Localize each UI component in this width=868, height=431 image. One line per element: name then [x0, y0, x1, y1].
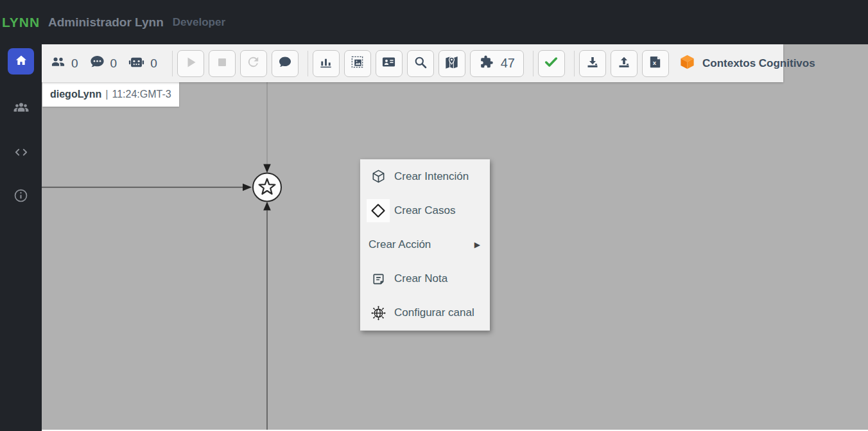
- svg-text:x: x: [653, 59, 657, 66]
- left-sidebar: [0, 44, 42, 431]
- refresh-button[interactable]: [240, 50, 267, 77]
- cube-icon: [367, 165, 390, 188]
- context-title: Contextos Cognitivos: [702, 57, 815, 70]
- upload-icon: [616, 55, 632, 73]
- chat-button[interactable]: [272, 50, 299, 77]
- chat-dots-icon: [89, 53, 106, 73]
- session-user: diegoLynn: [50, 89, 101, 100]
- note-icon: [367, 267, 390, 290]
- environment-label: Developer: [173, 16, 225, 29]
- puzzle-icon: [479, 55, 494, 72]
- play-button[interactable]: [177, 50, 204, 77]
- users-count: 0: [71, 57, 78, 71]
- bots-count: 0: [150, 57, 157, 71]
- contact-card-icon: [381, 54, 397, 73]
- menu-item-label: Crear Acción: [369, 238, 431, 251]
- menu-item-configurar-canal[interactable]: Configurar canal: [360, 296, 490, 330]
- contact-card-button[interactable]: [376, 50, 403, 77]
- context-title-group: Contextos Cognitivos: [679, 53, 815, 73]
- menu-item-label: Crear Intención: [394, 170, 469, 183]
- chat-bubble-icon: [277, 55, 293, 73]
- excel-file-icon: x: [648, 55, 663, 72]
- menu-item-label: Crear Nota: [394, 272, 447, 285]
- toolbar-divider: [308, 51, 308, 76]
- users-icon: [49, 53, 67, 73]
- image-frame-icon: [350, 55, 365, 72]
- toolbar-divider: [172, 51, 173, 76]
- messages-counter: 0: [89, 53, 117, 73]
- top-header: LYNN Administrador Lynn Developer: [0, 0, 868, 44]
- excel-export-button[interactable]: x: [642, 50, 669, 77]
- toolbar-divider: [574, 51, 575, 76]
- session-time: 11:24:GMT-3: [112, 89, 171, 100]
- sidebar-item-info[interactable]: [13, 188, 29, 206]
- flow-canvas[interactable]: diegoLynn | 11:24:GMT-3 Crear Intención …: [42, 44, 868, 431]
- map-button[interactable]: [438, 50, 465, 77]
- session-separator: |: [105, 89, 108, 100]
- star-node[interactable]: [253, 173, 281, 202]
- menu-item-crear-nota[interactable]: Crear Nota: [360, 262, 490, 296]
- components-button[interactable]: 47: [470, 50, 524, 77]
- users-counter: 0: [49, 53, 78, 73]
- map-pin-icon: [444, 54, 460, 73]
- components-count: 47: [501, 56, 515, 71]
- image-frame-button[interactable]: [344, 50, 371, 77]
- play-icon: [183, 55, 198, 73]
- bar-chart-icon: [318, 55, 333, 72]
- context-menu: Crear Intención Crear Casos Crear Acción…: [360, 159, 490, 331]
- main-toolbar: 0 0 0 47: [42, 44, 783, 82]
- download-icon: [585, 55, 600, 73]
- toolbar-divider: [533, 51, 534, 76]
- search-button[interactable]: [407, 50, 434, 77]
- users-group-icon: [12, 99, 30, 119]
- session-label: diegoLynn | 11:24:GMT-3: [42, 82, 179, 107]
- sidebar-item-users[interactable]: [12, 99, 30, 119]
- menu-item-label: Configurar canal: [394, 306, 474, 319]
- sidebar-item-home[interactable]: [8, 48, 34, 75]
- sidebar-item-code[interactable]: [13, 144, 30, 163]
- lynn-logo: LYNN: [0, 15, 42, 30]
- check-icon: [543, 54, 559, 73]
- search-icon: [413, 55, 428, 73]
- messages-count: 0: [110, 57, 117, 71]
- validate-button[interactable]: [538, 50, 565, 77]
- menu-item-crear-casos[interactable]: Crear Casos: [360, 193, 490, 227]
- refresh-icon: [246, 55, 261, 72]
- bots-counter: 0: [127, 53, 157, 74]
- app-title: Administrador Lynn: [48, 15, 164, 30]
- robot-icon: [127, 53, 146, 74]
- menu-item-crear-accion[interactable]: Crear Acción ▶: [360, 227, 490, 261]
- stop-button[interactable]: [209, 50, 236, 77]
- globe-network-icon: [367, 301, 390, 324]
- stop-icon: [215, 55, 229, 72]
- statistics-button[interactable]: [313, 50, 340, 77]
- download-button[interactable]: [579, 50, 606, 77]
- menu-item-label: Crear Casos: [394, 204, 455, 217]
- home-icon: [14, 53, 28, 70]
- cube-3d-orange-icon: [679, 53, 696, 73]
- upload-button[interactable]: [611, 50, 638, 77]
- menu-item-crear-intencion[interactable]: Crear Intención: [360, 159, 490, 193]
- code-icon: [13, 144, 30, 163]
- info-icon: [13, 188, 29, 206]
- submenu-arrow-icon: ▶: [474, 240, 480, 249]
- diamond-icon: [367, 199, 390, 222]
